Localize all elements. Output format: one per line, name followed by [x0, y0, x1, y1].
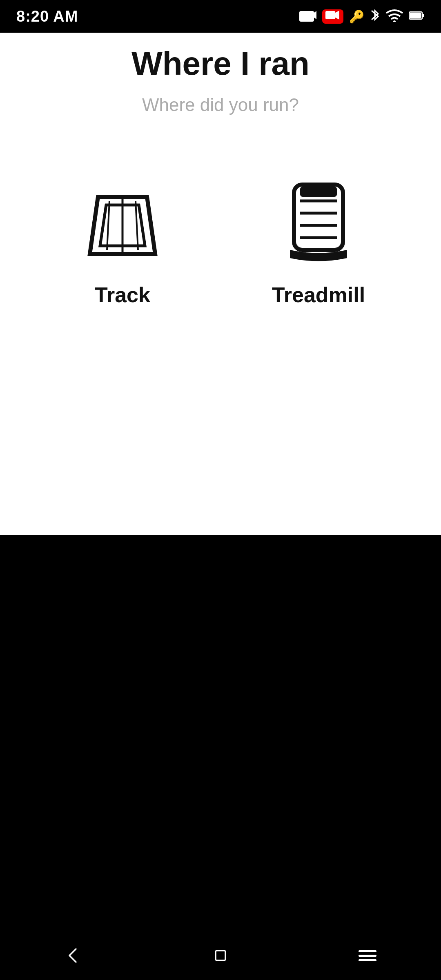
battery-icon — [409, 9, 425, 23]
svg-rect-25 — [216, 951, 225, 960]
camera-icon — [299, 9, 316, 24]
bottom-navigation — [0, 931, 441, 980]
svg-marker-1 — [314, 11, 316, 19]
status-right-icons: 🔑 — [299, 7, 425, 26]
svg-line-17 — [107, 201, 109, 250]
nav-home-button[interactable] — [200, 939, 241, 972]
svg-rect-6 — [410, 13, 421, 19]
location-options-row: Track — [24, 180, 416, 307]
svg-rect-26 — [359, 950, 376, 952]
treadmill-label: Treadmill — [272, 283, 365, 307]
svg-marker-3 — [335, 11, 339, 20]
status-bar: 8:20 AM 🔑 — [0, 0, 441, 33]
sheet-title: Where I ran — [131, 45, 310, 82]
bluetooth-icon — [370, 7, 380, 26]
svg-rect-0 — [299, 11, 314, 22]
svg-point-4 — [393, 20, 396, 22]
key-icon: 🔑 — [349, 9, 364, 24]
svg-rect-28 — [359, 959, 376, 961]
svg-rect-2 — [325, 11, 335, 19]
nav-back-button[interactable] — [53, 939, 94, 972]
treadmill-option[interactable]: Treadmill — [265, 180, 372, 307]
svg-line-18 — [136, 201, 138, 250]
track-label: Track — [95, 283, 150, 307]
track-option[interactable]: Track — [69, 180, 176, 307]
nav-menu-button[interactable] — [347, 939, 388, 972]
video-record-icon — [322, 9, 343, 24]
status-time: 8:20 AM — [16, 8, 78, 25]
track-icon — [78, 180, 167, 270]
svg-rect-27 — [359, 955, 376, 957]
sheet-subtitle: Where did you run? — [142, 95, 299, 115]
bottom-sheet: Where I ran Where did you run? — [0, 12, 441, 535]
treadmill-icon — [274, 180, 363, 270]
wifi-icon — [385, 8, 403, 25]
svg-rect-7 — [422, 14, 424, 17]
svg-rect-24 — [300, 187, 337, 197]
main-content-area: More details Add Your Shoes + We'll trac… — [0, 78, 441, 535]
